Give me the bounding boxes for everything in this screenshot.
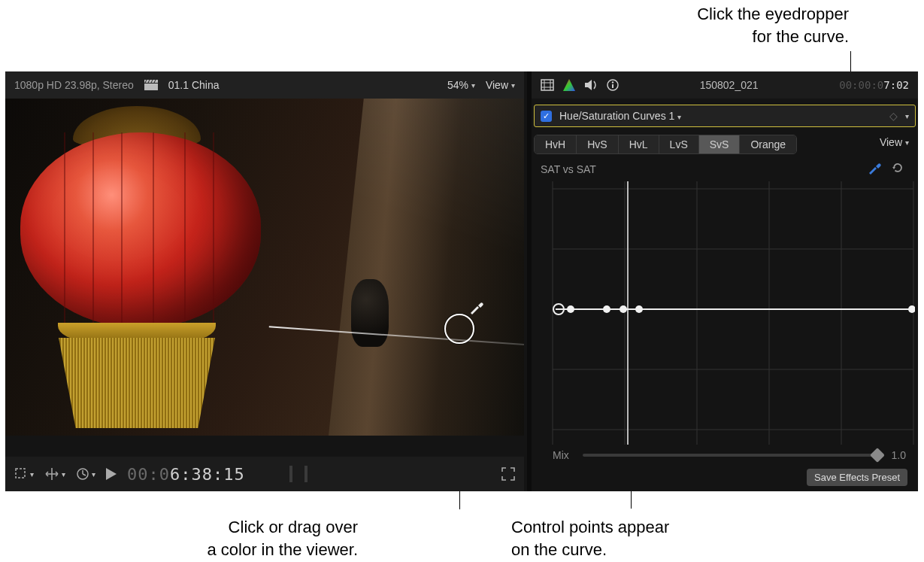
viewer-canvas[interactable] xyxy=(5,99,524,436)
reset-button[interactable] xyxy=(891,161,904,177)
keyframe-icon[interactable]: ◇ xyxy=(889,110,898,122)
timecode-display[interactable]: 00:06:38:15 xyxy=(127,465,245,484)
chevron-down-icon: ▾ xyxy=(471,81,475,90)
crop-menu[interactable]: ▾ xyxy=(14,467,34,481)
effect-menu-chevron[interactable]: ▾ xyxy=(905,112,909,120)
video-inspector-tab[interactable] xyxy=(541,79,554,91)
tab-hvh[interactable]: HvH xyxy=(535,135,577,153)
control-point[interactable] xyxy=(620,305,627,313)
svg-point-16 xyxy=(612,81,613,83)
fullscreen-button[interactable] xyxy=(501,467,515,481)
inspector-top-bar: 150802_021 00:00:07:02 xyxy=(532,71,918,99)
curve-tabs: HvH HvS HvL LvS SvS Orange xyxy=(534,135,797,154)
effect-header[interactable]: ✓ Hue/Saturation Curves 1 ▾ ◇ ▾ xyxy=(534,105,916,127)
chevron-down-icon: ▾ xyxy=(62,470,65,478)
svg-rect-17 xyxy=(612,84,613,88)
building-eave xyxy=(329,99,524,436)
control-point-endpoint-right[interactable] xyxy=(908,305,915,313)
mix-row: Mix 1.0 xyxy=(553,449,906,461)
control-point[interactable] xyxy=(567,305,574,313)
effect-name[interactable]: Hue/Saturation Curves 1 ▾ xyxy=(559,110,681,122)
app-window: 1080p HD 23.98p, Stereo 01.1 China 54%▾ … xyxy=(5,71,918,491)
clip-title: 01.1 China xyxy=(168,79,220,91)
mix-label: Mix xyxy=(553,449,569,461)
effect-enable-checkbox[interactable]: ✓ xyxy=(541,111,552,122)
callout-eyedropper: Click the eyedropper for the curve. xyxy=(697,3,849,47)
callout-viewer: Click or drag over a color in the viewer… xyxy=(155,516,358,560)
play-button[interactable] xyxy=(106,468,117,480)
chevron-down-icon: ▾ xyxy=(92,470,95,478)
svg-marker-8 xyxy=(106,468,117,480)
eyedropper-cursor-icon xyxy=(468,300,483,315)
inspector-clip-name: 150802_021 xyxy=(628,79,830,91)
chevron-down-icon: ▾ xyxy=(30,470,34,478)
audio-inspector-tab[interactable] xyxy=(584,79,598,91)
mix-slider[interactable] xyxy=(583,454,878,457)
video-frame xyxy=(5,99,524,436)
retime-menu[interactable]: ▾ xyxy=(76,467,95,481)
eyedropper-button[interactable] xyxy=(867,160,882,178)
chevron-down-icon: ▾ xyxy=(677,113,681,121)
tab-hvs[interactable]: HvS xyxy=(577,135,618,153)
svg-rect-6 xyxy=(16,469,25,478)
viewer-top-bar: 1080p HD 23.98p, Stereo 01.1 China 54%▾ … xyxy=(5,71,524,99)
chevron-down-icon: ▾ xyxy=(905,138,909,147)
curve-graph[interactable] xyxy=(538,181,915,445)
audio-meter-right xyxy=(304,466,307,482)
curve-title: SAT vs SAT xyxy=(541,163,596,175)
inspector-view-menu[interactable]: View▾ xyxy=(880,136,909,148)
pane-divider[interactable] xyxy=(527,71,532,491)
svg-marker-14 xyxy=(563,79,575,91)
curve-tools xyxy=(867,160,904,178)
color-inspector-tab[interactable] xyxy=(563,79,575,91)
viewer-bottom-bar: ▾ ▾ ▾ 00:06:38:15 xyxy=(5,457,524,491)
audio-meter-left xyxy=(289,466,292,482)
mix-value[interactable]: 1.0 xyxy=(892,449,906,461)
clapper-icon xyxy=(144,80,158,90)
callout-points: Control points appear on the curve. xyxy=(511,516,752,560)
chevron-down-icon: ▾ xyxy=(511,81,515,90)
tab-hvl[interactable]: HvL xyxy=(619,135,659,153)
tab-lvs[interactable]: LvS xyxy=(659,135,699,153)
tab-orange[interactable]: Orange xyxy=(740,135,796,153)
tassels xyxy=(52,338,222,428)
svg-rect-9 xyxy=(541,80,553,90)
control-point[interactable] xyxy=(635,305,643,313)
sample-ring[interactable] xyxy=(444,314,474,344)
info-inspector-tab[interactable] xyxy=(607,79,619,91)
tab-svs[interactable]: SvS xyxy=(699,135,741,153)
transform-menu[interactable]: ▾ xyxy=(44,467,65,481)
format-label: 1080p HD 23.98p, Stereo xyxy=(14,79,134,91)
svg-marker-18 xyxy=(892,167,895,169)
inspector-timecode: 00:00:07:02 xyxy=(839,79,909,91)
mix-slider-thumb[interactable] xyxy=(870,448,885,463)
save-effects-preset-button[interactable]: Save Effects Preset xyxy=(807,469,907,486)
svg-rect-0 xyxy=(144,84,158,90)
control-point[interactable] xyxy=(603,305,610,313)
red-lantern xyxy=(20,132,261,328)
viewer-view-menu[interactable]: View▾ xyxy=(486,79,515,91)
zoom-menu[interactable]: 54%▾ xyxy=(447,79,475,91)
